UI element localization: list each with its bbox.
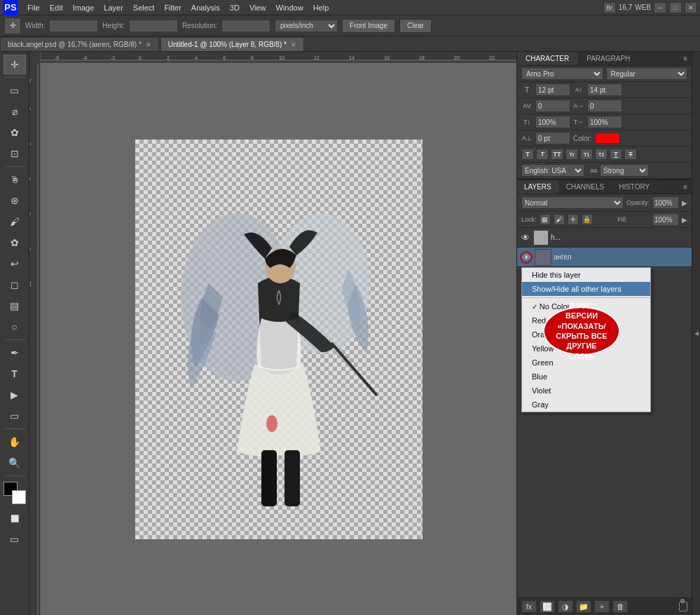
tab-black-angel[interactable]: black.angel.psd @ 16,7% (ангел, RGB/8) *… (0, 37, 159, 51)
pen-tool[interactable]: ✒ (4, 343, 26, 363)
new-group-btn[interactable]: 📁 (576, 600, 591, 613)
fill-input[interactable] (652, 213, 679, 226)
marquee-tool[interactable]: ▭ (4, 81, 26, 100)
menu-window[interactable]: Window (271, 2, 308, 13)
height-input[interactable] (129, 20, 178, 32)
menu-layer[interactable]: Layer (99, 2, 128, 13)
tab-close-1[interactable]: ✕ (291, 41, 296, 48)
menu-image[interactable]: Image (68, 2, 99, 13)
history-brush[interactable]: ↩ (4, 254, 26, 273)
resolution-unit-select[interactable]: pixels/inch (275, 20, 338, 32)
fill-arrow[interactable]: ▶ (682, 216, 687, 224)
dodge-tool[interactable]: ○ (4, 317, 26, 337)
spot-heal-tool[interactable]: ⊛ (4, 191, 26, 210)
clear-button[interactable]: Clear (399, 19, 432, 33)
path-select-tool[interactable]: ▶ (4, 385, 26, 405)
tab-paragraph[interactable]: PARAGRAPH (578, 52, 639, 65)
opacity-arrow[interactable]: ▶ (682, 199, 687, 207)
eraser-tool[interactable]: ◻ (4, 275, 26, 295)
opacity-input[interactable] (652, 196, 679, 209)
tab-untitled[interactable]: Untitled-1 @ 100% (Layer 8, RGB/8) * ✕ (160, 37, 304, 51)
kerning-input[interactable] (535, 100, 570, 112)
superscript-btn[interactable]: T1 (580, 149, 593, 160)
width-input[interactable] (49, 20, 98, 32)
lock-all-btn[interactable]: 🔒 (582, 214, 593, 225)
lasso-tool[interactable]: ⌀ (4, 102, 26, 121)
layer-row-1[interactable]: 👁 ангел Hide this layer Show/Hide all ot… (517, 248, 692, 267)
close-btn[interactable]: ✕ (685, 2, 697, 13)
tab-history[interactable]: HISTORY (612, 180, 657, 194)
layer-visibility-1[interactable]: 👁 (520, 251, 533, 264)
character-panel-menu[interactable]: ≡ (679, 52, 692, 65)
menu-file[interactable]: File (22, 2, 45, 13)
bold-btn[interactable]: T (521, 149, 534, 160)
ctx-hide-layer[interactable]: Hide this layer (522, 268, 650, 282)
tab-close-0[interactable]: ✕ (146, 41, 151, 48)
smallcaps-btn[interactable]: Tr (565, 149, 578, 160)
bridge-btn[interactable]: Br (603, 2, 616, 13)
font-size-input[interactable] (535, 83, 570, 96)
background-color[interactable] (12, 490, 26, 504)
leading-input[interactable] (587, 83, 622, 96)
zoom-tool[interactable]: 🔍 (4, 453, 26, 473)
tab-character[interactable]: CHARACTER (517, 52, 578, 65)
allcaps-btn[interactable]: TT (551, 149, 563, 160)
menu-view[interactable]: View (245, 2, 271, 13)
font-family-select[interactable]: Arno Pro (521, 67, 603, 80)
adjustment-layer-btn[interactable]: ◑ (558, 600, 573, 613)
lock-position-btn[interactable]: ✛ (568, 214, 579, 225)
tab-channels[interactable]: CHANNELS (559, 180, 612, 194)
layer-row-0[interactable]: 👁 h... (517, 228, 692, 248)
maximize-btn[interactable]: □ (669, 2, 682, 13)
ctx-show-hide-others[interactable]: Show/Hide all other layers (522, 282, 650, 296)
blend-mode-select[interactable]: Normal (521, 196, 624, 209)
quick-mask-btn[interactable]: ⬜ (4, 508, 26, 528)
clone-tool[interactable]: ✿ (4, 233, 26, 252)
scale-h-input[interactable] (587, 116, 622, 128)
antialiasing-select[interactable]: Strong (600, 164, 649, 177)
layer-fx-btn[interactable]: fx (521, 600, 537, 613)
brush-tool[interactable]: 🖌 (4, 212, 26, 231)
font-style-select[interactable]: Regular (606, 67, 688, 80)
gradient-tool[interactable]: ▤ (4, 296, 26, 316)
move-tool[interactable]: ✛ (4, 55, 26, 74)
new-layer-btn[interactable]: + (594, 600, 610, 613)
front-image-button[interactable]: Front Image (342, 19, 395, 33)
underline-btn[interactable]: T (610, 149, 622, 160)
ctx-blue[interactable]: Blue (522, 370, 650, 384)
menu-3d[interactable]: 3D (225, 2, 245, 13)
strikethrough-btn[interactable]: T (624, 149, 637, 160)
shape-tool[interactable]: ▭ (4, 406, 26, 426)
text-color-swatch[interactable] (595, 133, 620, 144)
color-selector[interactable] (4, 482, 26, 504)
menu-select[interactable]: Select (128, 2, 160, 13)
italic-btn[interactable]: T (536, 149, 549, 160)
add-mask-btn[interactable]: ⬜ (540, 600, 555, 613)
scale-v-input[interactable] (535, 116, 570, 128)
layers-panel-menu[interactable]: ≡ (679, 180, 692, 194)
layer-visibility-0[interactable]: 👁 (520, 232, 531, 243)
ctx-gray[interactable]: Gray (522, 398, 650, 412)
menu-help[interactable]: Help (308, 2, 334, 13)
delete-layer-btn[interactable]: 🗑 (612, 600, 628, 613)
tracking-input[interactable] (587, 100, 622, 112)
type-tool[interactable]: T (4, 364, 26, 384)
panel-collapse-handle[interactable]: ◀ (692, 52, 700, 615)
ctx-violet[interactable]: Violet (522, 384, 650, 398)
lock-pixels-btn[interactable]: 🖌 (554, 214, 565, 225)
tab-layers[interactable]: LAYERS (517, 180, 559, 194)
menu-edit[interactable]: Edit (45, 2, 68, 13)
baseline-input[interactable] (535, 132, 570, 144)
screen-mode-btn[interactable]: ▭ (4, 529, 26, 549)
menu-analysis[interactable]: Analysis (186, 2, 225, 13)
eyedropper-tool[interactable]: 🖱 (4, 170, 26, 189)
resolution-input[interactable] (221, 20, 270, 32)
subscript-btn[interactable]: T2 (595, 149, 608, 160)
minimize-btn[interactable]: ─ (654, 2, 666, 13)
lock-transparent-btn[interactable]: ▦ (540, 214, 551, 225)
crop-tool[interactable]: ⊡ (4, 144, 26, 163)
quick-select-tool[interactable]: ✿ (4, 123, 26, 142)
menu-filter[interactable]: Filter (159, 2, 186, 13)
hand-tool[interactable]: ✋ (4, 432, 26, 452)
language-select[interactable]: English: USA (521, 164, 584, 177)
